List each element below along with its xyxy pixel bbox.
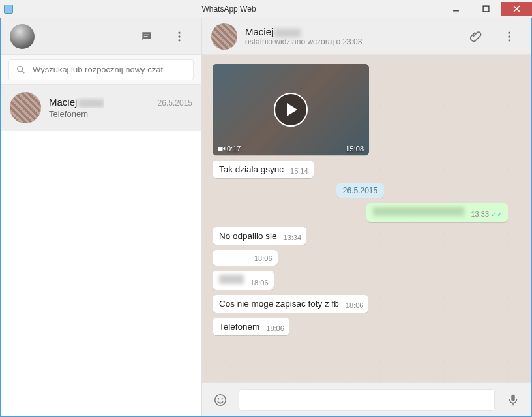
sidebar-header [1,18,201,55]
svg-rect-4 [144,34,149,35]
svg-point-12 [508,35,510,37]
message-in[interactable]: 18:06 [213,271,274,290]
message-in[interactable]: No odpalilo sie 13:34 [213,227,306,245]
search-icon [16,65,26,75]
close-button[interactable] [501,2,532,16]
svg-point-16 [218,397,219,399]
svg-rect-5 [144,36,148,37]
contact-avatar [10,92,41,123]
window-titlebar: WhatsApp Web [0,0,532,18]
window-title: WhatsApp Web [17,5,441,14]
chat-menu-button[interactable] [496,23,522,50]
message-text: Cos nie moge zapisac foty z fb [219,299,339,309]
message-text [373,207,464,218]
new-chat-button[interactable] [134,23,160,50]
svg-rect-1 [483,6,489,12]
message-in[interactable]: Cos nie moge zapisac foty z fb 18:06 [213,295,368,313]
message-time: 13:33✓✓ [471,210,503,219]
play-icon [274,93,308,127]
svg-rect-14 [218,147,223,151]
chat-list[interactable]: Maciej 26.5.2015 Telefonem [1,85,201,416]
message-out[interactable]: 13:33✓✓ [366,203,508,222]
minimize-button[interactable] [441,2,471,16]
date-separator: 26.5.2015 [336,183,384,198]
chat-pane: Maciej ostatnio widziano wczoraj o 23:03… [202,18,531,416]
message-in[interactable]: Telefonem 18:06 [213,318,289,335]
message-text: Tak dziala gsync [219,164,284,174]
message-time: 13:34 [284,234,302,241]
kebab-icon [173,30,186,43]
svg-point-8 [178,39,180,41]
compose-bar [202,382,531,416]
svg-point-9 [18,66,23,71]
message-list[interactable]: 0:17 15:08 Tak dziala gsync 15:14 26.5.2… [202,55,531,382]
video-message[interactable]: 0:17 15:08 [213,64,369,155]
video-time: 15:08 [346,145,364,153]
svg-point-15 [215,394,226,405]
kebab-icon [503,30,516,43]
chat-list-item[interactable]: Maciej 26.5.2015 Telefonem [1,85,201,131]
window-controls [441,2,532,16]
message-time: 18:06 [266,324,284,332]
svg-point-6 [178,31,180,33]
message-time: 18:06 [250,279,269,286]
svg-point-7 [178,35,180,37]
message-time: 18:06 [254,255,273,262]
message-text: No odpalilo sie [219,231,277,241]
emoji-button[interactable] [209,388,232,412]
svg-point-17 [222,397,223,399]
maximize-button[interactable] [471,2,501,16]
chat-avatar[interactable] [211,23,237,50]
contact-preview: Telefonem [49,109,192,119]
contact-name: Maciej [49,97,104,108]
message-in[interactable]: 18:06 [213,250,278,266]
emoji-icon [213,393,228,407]
message-time: 15:14 [290,167,308,175]
svg-rect-18 [511,394,515,401]
chat-status: ostatnio widziano wczoraj o 23:03 [245,37,454,46]
chat-icon [140,30,153,43]
message-text [219,275,244,286]
contact-date: 26.5.2015 [158,99,192,108]
chat-header: Maciej ostatnio widziano wczoraj o 23:03 [202,18,531,55]
paperclip-icon [469,30,482,43]
video-duration: 0:17 [218,145,241,153]
search-box[interactable] [8,59,194,80]
chat-contact-name: Maciej [245,26,454,37]
svg-point-11 [508,31,510,33]
mic-button[interactable] [501,388,525,412]
attach-button[interactable] [462,23,488,50]
message-text: Telefonem [219,322,259,332]
app-icon [4,5,13,14]
message-time: 18:06 [346,301,364,309]
self-avatar[interactable] [10,24,35,49]
svg-line-10 [22,71,24,73]
svg-point-13 [508,39,510,41]
menu-button[interactable] [166,23,192,50]
message-input[interactable] [239,389,495,411]
mic-icon [506,393,520,407]
message-in[interactable]: Tak dziala gsync 15:14 [213,161,314,178]
search-bar [1,55,201,85]
search-input[interactable] [33,65,186,74]
read-ticks-icon: ✓✓ [491,210,503,218]
sidebar: Maciej 26.5.2015 Telefonem [1,18,202,416]
